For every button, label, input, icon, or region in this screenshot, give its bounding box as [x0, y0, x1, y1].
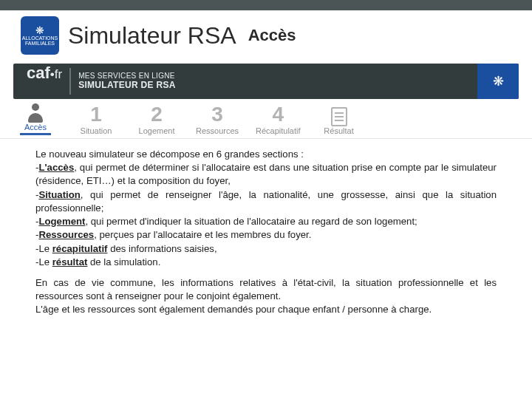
active-underline — [20, 133, 51, 135]
section-term: récapitulatif — [52, 243, 108, 254]
step-number: 4 — [272, 104, 284, 125]
step-récapitulatif[interactable]: 4Récapitulatif — [256, 104, 301, 135]
section-term: Ressources — [38, 229, 94, 240]
caf-logo: ❋ ALLOCATIONS FAMILIALES — [21, 16, 59, 55]
section-term: L'accès — [38, 162, 74, 173]
person-icon — [27, 103, 44, 123]
para2-line1: En cas de vie commune, les informations … — [35, 277, 497, 301]
logo-text-1: ALLOCATIONS — [22, 35, 58, 41]
caf-brand-suffix: •fr — [50, 67, 62, 82]
caf-line2: SIMULATEUR DE RSA — [78, 81, 477, 91]
step-number: 1 — [90, 104, 102, 125]
step-accès[interactable]: Accès — [13, 103, 58, 135]
step-ressources[interactable]: 3Ressources — [195, 104, 239, 135]
slide-header: ❋ ALLOCATIONS FAMILIALES Simulateur RSA … — [0, 10, 532, 64]
paragraph-vie-commune: En cas de vie commune, les informations … — [35, 276, 497, 317]
step-number: 2 — [151, 104, 163, 125]
step-logement[interactable]: 2Logement — [134, 104, 179, 135]
document-icon — [331, 107, 347, 126]
caf-right-logo: ❋ — [477, 64, 519, 99]
section-term: Logement — [38, 216, 85, 227]
page-title: Simulateur RSA — [68, 22, 236, 50]
para2-line2: L'âge et les ressources sont également d… — [35, 304, 432, 315]
top-bar — [0, 0, 532, 10]
logo-star-icon: ❋ — [35, 25, 44, 35]
step-label: Accès — [24, 123, 47, 132]
step-number: 3 — [211, 104, 223, 125]
caf-banner: caf•fr MES SERVICES EN LIGNE SIMULATEUR … — [13, 64, 519, 99]
section-term: résultat — [52, 256, 88, 267]
paragraph-sections: Le nouveau simulateur se décompose en 6 … — [35, 148, 497, 269]
step-label: Ressources — [196, 126, 239, 135]
step-tabs: Accès1Situation2Logement3Ressources4Réca… — [0, 99, 532, 139]
step-label: Résultat — [324, 126, 353, 135]
step-résultat[interactable]: Résultat — [317, 107, 361, 135]
logo-text-2: FAMILIALES — [25, 41, 55, 46]
caf-brand: caf•fr — [13, 64, 69, 99]
snowflake-icon: ❋ — [493, 73, 504, 89]
step-label: Récapitulatif — [256, 126, 301, 135]
step-label: Logement — [139, 126, 175, 135]
section-term: Situation — [38, 189, 80, 200]
caf-brand-main: caf — [27, 64, 50, 83]
step-label: Situation — [81, 126, 112, 135]
caf-service-text: MES SERVICES EN LIGNE SIMULATEUR DE RSA — [71, 64, 477, 99]
step-situation[interactable]: 1Situation — [74, 104, 118, 135]
page-subtitle: Accès — [248, 26, 296, 45]
content-body: Le nouveau simulateur se décompose en 6 … — [0, 139, 532, 317]
